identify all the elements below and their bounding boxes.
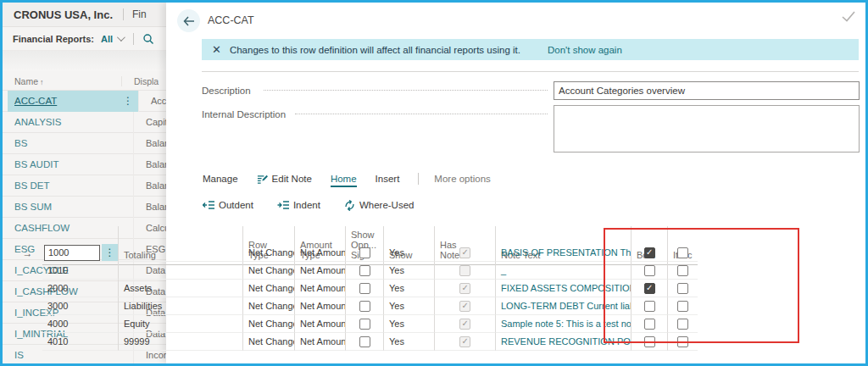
row-type-cell[interactable]: Net Change — [243, 280, 295, 297]
back-button[interactable] — [177, 9, 200, 32]
totaling-cell[interactable]: Equity — [119, 315, 243, 333]
bold-checkbox[interactable] — [632, 262, 668, 280]
list-item[interactable]: BS Balar — [3, 132, 166, 153]
outdent-icon — [203, 200, 214, 210]
list-item[interactable]: ANALYSIS Capit — [3, 111, 166, 132]
row-indicator — [13, 280, 42, 297]
show-opp-sign-checkbox[interactable] — [346, 244, 384, 262]
show-cell[interactable]: Yes — [384, 333, 435, 351]
show-opp-sign-checkbox[interactable] — [346, 280, 384, 297]
row-options-cell — [102, 262, 119, 280]
search-icon[interactable] — [142, 33, 154, 45]
name-column-header[interactable]: Name↑ — [3, 76, 121, 86]
note-text-link[interactable]: BASIS OF PRESENTATION The ac... — [496, 244, 632, 262]
has-notes-checkbox — [435, 297, 496, 315]
amount-type-cell[interactable]: Net Amount — [295, 280, 346, 297]
bold-checkbox[interactable] — [632, 333, 668, 351]
row-no-cell[interactable]: 4010 — [42, 333, 102, 351]
row-no-cell[interactable]: 3000 — [42, 297, 102, 315]
row-options-cell[interactable]: ⋮ — [102, 244, 119, 262]
amount-type-cell[interactable]: Net Amount — [295, 297, 346, 315]
totaling-cell[interactable] — [119, 262, 243, 280]
chevron-down-icon[interactable] — [117, 33, 125, 42]
show-cell[interactable]: Yes — [384, 315, 435, 333]
totaling-cell[interactable] — [119, 244, 243, 262]
has-notes-checkbox — [435, 244, 496, 262]
italic-checkbox[interactable] — [668, 280, 698, 297]
italic-checkbox[interactable] — [668, 333, 698, 351]
italic-checkbox[interactable] — [668, 244, 698, 262]
totaling-cell[interactable]: Assets — [119, 280, 243, 297]
top-nav-item[interactable]: Fin — [132, 8, 147, 20]
internal-description-input[interactable] — [554, 105, 860, 152]
list-item[interactable]: BS DET Balar — [3, 175, 166, 196]
dont-show-again-link[interactable]: Don't show again — [548, 45, 622, 55]
divider — [418, 173, 419, 185]
sort-ascending-icon: ↑ — [40, 78, 44, 86]
italic-checkbox[interactable] — [668, 262, 698, 280]
show-opp-sign-checkbox[interactable] — [346, 262, 384, 280]
totaling-cell[interactable]: Liabilities — [119, 297, 243, 315]
bold-checkbox[interactable] — [632, 280, 668, 297]
filter-value-dropdown[interactable]: All — [101, 34, 113, 44]
menu-insert[interactable]: Insert — [376, 174, 400, 184]
row-type-cell[interactable]: Net Change — [243, 315, 295, 333]
show-cell[interactable]: Yes — [384, 297, 435, 315]
list-column-headers: Name↑ Displa — [3, 71, 166, 90]
show-cell[interactable]: Yes — [384, 280, 435, 297]
amount-type-cell[interactable]: Net Amount — [295, 262, 346, 280]
note-text-link[interactable]: FIXED ASSETS COMPOSITION To... — [496, 280, 632, 297]
totaling-cell[interactable]: 99999 — [119, 333, 243, 351]
row-no-cell[interactable]: 1010 — [42, 262, 102, 280]
has-notes-checkbox — [435, 333, 496, 351]
outdent-button[interactable]: Outdent — [203, 200, 253, 210]
row-type-cell[interactable]: Net Change — [243, 297, 295, 315]
show-opp-sign-checkbox[interactable] — [346, 297, 384, 315]
italic-checkbox[interactable] — [668, 315, 698, 333]
show-opp-sign-checkbox[interactable] — [346, 333, 384, 351]
close-icon[interactable]: ✕ — [212, 44, 221, 55]
description-input[interactable] — [554, 81, 860, 100]
sidebar-spacer — [3, 51, 166, 71]
italic-checkbox[interactable] — [668, 297, 698, 315]
where-used-button[interactable]: Where-Used — [344, 200, 415, 211]
list-item[interactable]: ACC-CAT⋮ Acco — [3, 90, 166, 111]
row-no-cell[interactable]: 4000 — [42, 315, 102, 333]
menu-edit-note[interactable]: Edit Note — [257, 174, 312, 185]
show-cell[interactable]: Yes — [384, 244, 435, 262]
note-text-link[interactable]: Sample note 5: This is a test not... — [496, 315, 632, 333]
row-no-cell[interactable]: 2000 — [42, 280, 102, 297]
bold-checkbox[interactable] — [632, 315, 668, 333]
list-filter-bar: Financial Reports: All — [3, 27, 166, 51]
row-options-cell — [102, 315, 119, 333]
has-notes-checkbox — [435, 280, 496, 297]
row-options-icon[interactable]: ⋮ — [123, 95, 133, 107]
note-text-link[interactable]: REVENUE RECOGNITION POLICY... — [496, 333, 632, 351]
menu-more-options[interactable]: More options — [434, 174, 490, 184]
bold-checkbox[interactable] — [632, 244, 668, 262]
row-type-cell[interactable]: Net Change — [243, 244, 295, 262]
display-column-header[interactable]: Displa — [121, 76, 159, 86]
note-text-link[interactable]: LONG-TERM DEBT Current liabili... — [496, 297, 632, 315]
indent-icon — [277, 200, 289, 210]
row-no-cell[interactable]: 1000 — [42, 244, 102, 262]
row-indicator — [13, 297, 42, 315]
action-menu: Manage Edit Note Home Insert More option… — [203, 170, 509, 187]
menu-home-tab[interactable]: Home — [331, 174, 357, 187]
company-name[interactable]: CRONUS USA, Inc. — [3, 8, 113, 21]
menu-manage[interactable]: Manage — [203, 174, 238, 184]
filter-label: Financial Reports: — [3, 34, 94, 44]
amount-type-cell[interactable]: Net Amount — [295, 333, 346, 351]
note-text-link[interactable]: _ — [496, 262, 632, 280]
row-type-cell[interactable]: Net Change — [243, 262, 295, 280]
list-item[interactable]: BS AUDIT Balar — [3, 153, 166, 175]
bold-checkbox[interactable] — [632, 297, 668, 315]
list-item[interactable]: BS SUM Balar — [3, 196, 166, 217]
amount-type-cell[interactable]: Net Amount — [295, 315, 346, 333]
show-cell[interactable]: Yes — [384, 262, 435, 280]
show-opp-sign-checkbox[interactable] — [346, 315, 384, 333]
amount-type-cell[interactable]: Net Amount — [295, 244, 346, 262]
description-label: Description — [202, 86, 251, 96]
indent-button[interactable]: Indent — [277, 200, 320, 210]
row-type-cell[interactable]: Net Change — [243, 333, 295, 351]
